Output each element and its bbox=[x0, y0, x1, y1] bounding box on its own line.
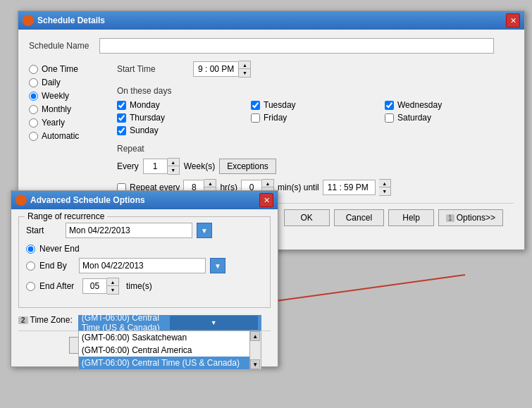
end-after-radio[interactable] bbox=[26, 282, 35, 291]
saturday-checkbox[interactable] bbox=[385, 113, 394, 123]
recurrence-type-panel: One Time Daily Weekly Monthly Yearly bbox=[29, 61, 106, 196]
help-button[interactable]: Help bbox=[388, 209, 434, 226]
saturday-checkbox-row: Saturday bbox=[385, 113, 512, 123]
options-label: Options>> bbox=[457, 213, 495, 223]
wednesday-checkbox[interactable] bbox=[385, 101, 394, 110]
timezone-list-inner: (GMT-06:00) Saskatchewan (GMT-06:00) Cen… bbox=[79, 331, 261, 369]
until-time-display[interactable]: 11 : 59 PM bbox=[323, 180, 376, 195]
start-time-display[interactable]: 9 : 00 PM bbox=[193, 61, 239, 77]
timezone-list-items: (GMT-06:00) Saskatchewan (GMT-06:00) Cen… bbox=[79, 331, 249, 369]
start-date-input[interactable] bbox=[66, 223, 192, 238]
automatic-option[interactable]: Automatic bbox=[29, 131, 106, 141]
every-spinner-buttons: ▲ ▼ bbox=[168, 158, 180, 175]
repeat-label: Repeat bbox=[117, 144, 514, 154]
ok-button[interactable]: OK bbox=[284, 209, 330, 226]
timezone-option-saskatchewan[interactable]: (GMT-06:00) Saskatchewan bbox=[79, 331, 249, 344]
daily-option[interactable]: Daily bbox=[29, 78, 106, 87]
never-end-radio[interactable] bbox=[26, 245, 35, 254]
tuesday-checkbox-row: Tuesday bbox=[251, 100, 378, 110]
daily-radio[interactable] bbox=[29, 78, 38, 87]
start-time-up-button[interactable]: ▲ bbox=[239, 61, 250, 69]
hrs-up-button[interactable]: ▲ bbox=[204, 180, 216, 187]
thursday-label: Thursday bbox=[130, 113, 165, 123]
timezone-dropdown-arrow[interactable]: ▼ bbox=[170, 316, 258, 330]
repeat-section: Repeat Every ▲ ▼ Week(s) Exceptions bbox=[117, 144, 514, 196]
weekly-option[interactable]: Weekly bbox=[29, 91, 106, 101]
never-end-label: Never End bbox=[39, 244, 80, 254]
monthly-radio[interactable] bbox=[29, 105, 38, 114]
schedule-details-close-button[interactable]: ✕ bbox=[506, 13, 520, 27]
end-by-radio[interactable] bbox=[26, 261, 35, 271]
options-button[interactable]: 1 Options>> bbox=[438, 209, 503, 226]
timezone-dropdown-container: (GMT-06:00) Central Time (US & Canada) ▼… bbox=[78, 315, 261, 330]
every-down-button[interactable]: ▼ bbox=[168, 166, 179, 174]
timezone-option-central-time[interactable]: (GMT-06:00) Central Time (US & Canada) bbox=[79, 357, 249, 369]
schedule-name-label: Schedule Name bbox=[29, 41, 99, 51]
end-by-label: End By bbox=[39, 261, 75, 271]
automatic-radio[interactable] bbox=[29, 132, 38, 141]
start-date-dropdown-button[interactable]: ▼ bbox=[197, 223, 212, 238]
timezone-selected-display[interactable]: (GMT-06:00) Central Time (US & Canada) ▼ bbox=[78, 315, 261, 330]
end-after-down-button[interactable]: ▼ bbox=[107, 286, 118, 294]
tz-scroll-up[interactable]: ▲ bbox=[250, 331, 260, 341]
thursday-checkbox[interactable] bbox=[117, 113, 126, 123]
tz-scroll-down[interactable]: ▼ bbox=[250, 359, 260, 369]
every-up-button[interactable]: ▲ bbox=[168, 159, 179, 166]
range-group-title: Range of recurrence bbox=[25, 211, 107, 221]
end-after-row: End After ▲ ▼ time(s) bbox=[26, 278, 263, 295]
schedule-name-input[interactable] bbox=[99, 38, 494, 54]
app-icon bbox=[23, 15, 34, 26]
advanced-title: Advanced Schedule Options bbox=[30, 195, 145, 205]
min-label: min(s) until bbox=[278, 183, 319, 192]
one-time-label: One Time bbox=[42, 64, 78, 74]
monthly-option[interactable]: Monthly bbox=[29, 104, 106, 114]
days-section: On these days Monday Tuesday Wednesda bbox=[117, 86, 514, 135]
friday-checkbox[interactable] bbox=[251, 113, 260, 123]
weekly-radio[interactable] bbox=[29, 92, 38, 101]
yearly-option[interactable]: Yearly bbox=[29, 118, 106, 128]
sunday-checkbox-row: Sunday bbox=[117, 125, 244, 135]
every-value-input[interactable] bbox=[143, 159, 168, 174]
until-up-button[interactable]: ▲ bbox=[379, 180, 390, 187]
end-by-dropdown-button[interactable]: ▼ bbox=[210, 258, 225, 273]
timezone-badge: 2 bbox=[18, 316, 28, 324]
automatic-label: Automatic bbox=[42, 131, 79, 141]
schedule-name-row: Schedule Name bbox=[29, 38, 514, 54]
arrow-connector bbox=[247, 261, 472, 317]
start-time-label: Start Time bbox=[117, 64, 187, 74]
tuesday-checkbox[interactable] bbox=[251, 101, 260, 110]
monday-checkbox[interactable] bbox=[117, 101, 126, 110]
advanced-close-button[interactable]: ✕ bbox=[259, 193, 273, 207]
one-time-option[interactable]: One Time bbox=[29, 64, 106, 74]
one-time-radio[interactable] bbox=[29, 65, 38, 74]
timezone-section: 2 Time Zone: (GMT-06:00) Central Time (U… bbox=[18, 315, 271, 330]
start-time-down-button[interactable]: ▼ bbox=[239, 69, 250, 77]
sunday-checkbox[interactable] bbox=[117, 126, 126, 135]
cancel-button[interactable]: Cancel bbox=[334, 209, 384, 226]
min-up-button[interactable]: ▲ bbox=[262, 180, 273, 187]
schedule-details-right-panel: Start Time 9 : 00 PM ▲ ▼ On these days bbox=[117, 61, 514, 196]
yearly-radio[interactable] bbox=[29, 118, 38, 128]
timezone-label: Time Zone: bbox=[30, 315, 73, 325]
monday-label: Monday bbox=[130, 100, 160, 110]
range-of-recurrence-group: Range of recurrence Start ▼ Never End En… bbox=[18, 216, 271, 308]
until-down-button[interactable]: ▼ bbox=[379, 187, 390, 195]
end-after-up-button[interactable]: ▲ bbox=[107, 278, 118, 286]
advanced-titlebar: Advanced Schedule Options ✕ bbox=[11, 191, 278, 209]
start-time-spinner-buttons: ▲ ▼ bbox=[239, 61, 251, 78]
advanced-app-icon bbox=[16, 194, 27, 206]
start-time-row: Start Time 9 : 00 PM ▲ ▼ bbox=[117, 61, 514, 78]
thursday-checkbox-row: Thursday bbox=[117, 113, 244, 123]
start-row: Start ▼ bbox=[26, 223, 263, 238]
yearly-label: Yearly bbox=[42, 118, 65, 128]
every-spinner: ▲ ▼ bbox=[143, 158, 180, 175]
sunday-label: Sunday bbox=[130, 125, 159, 135]
advanced-title-area: Advanced Schedule Options bbox=[16, 194, 145, 206]
exceptions-button[interactable]: Exceptions bbox=[219, 159, 276, 174]
schedule-details-title-area: Schedule Details bbox=[23, 15, 105, 26]
timezone-option-central-america[interactable]: (GMT-06:00) Central America bbox=[79, 344, 249, 357]
end-after-value-input[interactable] bbox=[82, 278, 107, 294]
until-spinner-buttons: ▲ ▼ bbox=[379, 179, 391, 196]
timezone-list-scrollbar: ▲ ▼ bbox=[249, 331, 261, 369]
end-by-date-input[interactable] bbox=[79, 258, 206, 273]
